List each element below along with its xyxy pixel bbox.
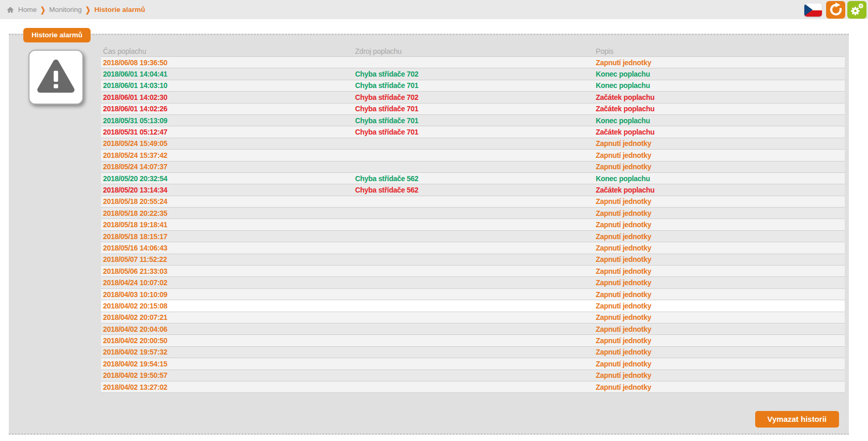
breadcrumb-item-home[interactable]: Home	[18, 6, 37, 13]
cell-time: 2018/06/01 14:02:26	[101, 105, 353, 113]
cell-source: Chyba střídače 702	[353, 70, 594, 78]
table-row[interactable]: 2018/05/20 20:32:54Chyba střídače 562Kon…	[101, 173, 845, 184]
alarm-table: Čas poplachu Zdroj poplachu Popis 2018/0…	[101, 46, 845, 393]
cell-desc: Zapnutí jednotky	[594, 209, 845, 217]
cell-time: 2018/05/20 20:32:54	[101, 174, 353, 183]
cell-time: 2018/04/02 20:04:06	[101, 325, 353, 333]
breadcrumb: Home ❯ Monitoring ❯ Historie alarmů	[6, 0, 145, 19]
cell-time: 2018/06/08 19:36:50	[101, 58, 353, 67]
cell-time: 2018/05/24 15:37:42	[101, 151, 353, 159]
table-row[interactable]: 2018/06/08 19:36:50Zapnutí jednotky	[101, 57, 845, 68]
cell-desc: Zapnutí jednotky	[594, 371, 845, 379]
cell-time: 2018/05/06 21:33:03	[101, 267, 353, 275]
cell-time: 2018/04/03 10:10:09	[101, 290, 353, 299]
cell-desc: Zapnutí jednotky	[594, 163, 845, 171]
table-row[interactable]: 2018/06/01 14:03:10Chyba střídače 701Kon…	[101, 80, 845, 92]
alarm-history-panel: Historie alarmů Čas poplachu Zdroj popla…	[9, 34, 849, 435]
table-row[interactable]: 2018/04/02 19:54:15Zapnutí jednotky	[101, 358, 845, 370]
cell-time: 2018/05/18 20:22:35	[101, 209, 353, 217]
table-row[interactable]: 2018/06/01 14:04:41Chyba střídače 702Kon…	[101, 68, 845, 80]
clear-history-button[interactable]: Vymazat historii	[755, 411, 839, 428]
cell-time: 2018/05/16 14:06:43	[101, 244, 353, 252]
table-row[interactable]: 2018/05/31 05:12:47Chyba střídače 701Zač…	[101, 126, 845, 138]
cell-time: 2018/06/01 14:02:30	[101, 93, 353, 101]
cell-desc: Konec poplachu	[594, 70, 845, 78]
cell-time: 2018/04/02 20:07:21	[101, 313, 353, 321]
refresh-icon	[829, 2, 843, 18]
cell-desc: Začátek poplachu	[594, 186, 845, 194]
cell-desc: Začátek poplachu	[594, 128, 845, 136]
table-row[interactable]: 2018/06/01 14:02:26Chyba střídače 701Zač…	[101, 104, 845, 115]
warning-card	[28, 50, 83, 105]
cell-desc: Zapnutí jednotky	[594, 244, 845, 252]
table-row[interactable]: 2018/05/24 15:37:42Zapnutí jednotky	[101, 150, 845, 161]
cell-time: 2018/05/20 13:14:34	[101, 186, 353, 194]
cell-source: Chyba střídače 701	[353, 81, 594, 90]
cell-time: 2018/05/31 05:13:09	[101, 116, 353, 125]
table-row[interactable]: 2018/05/18 20:55:24Zapnutí jednotky	[101, 196, 845, 208]
breadcrumb-item-historie-alarmu: Historie alarmů	[94, 6, 145, 13]
cell-desc: Zapnutí jednotky	[594, 383, 845, 391]
table-row[interactable]: 2018/04/24 10:07:02Zapnutí jednotky	[101, 277, 845, 288]
table-row[interactable]: 2018/06/01 14:02:30Chyba střídače 702Zač…	[101, 92, 845, 103]
column-header-desc: Popis	[594, 47, 845, 55]
cell-desc: Konec poplachu	[594, 174, 845, 183]
table-row[interactable]: 2018/05/16 14:06:43Zapnutí jednotky	[101, 242, 845, 254]
cell-desc: Začátek poplachu	[594, 93, 845, 101]
top-bar: Home ❯ Monitoring ❯ Historie alarmů	[0, 0, 868, 19]
table-row[interactable]: 2018/04/03 10:10:09Zapnutí jednotky	[101, 289, 845, 300]
cell-time: 2018/04/24 10:07:02	[101, 278, 353, 287]
cell-desc: Zapnutí jednotky	[594, 232, 845, 241]
breadcrumb-separator-icon: ❯	[85, 5, 91, 14]
cell-desc: Konec poplachu	[594, 116, 845, 125]
table-row[interactable]: 2018/05/18 18:15:17Zapnutí jednotky	[101, 231, 845, 242]
table-row[interactable]: 2018/04/02 20:07:21Zapnutí jednotky	[101, 312, 845, 324]
refresh-button[interactable]	[826, 1, 845, 19]
cell-source: Chyba střídače 562	[353, 186, 594, 194]
cell-desc: Zapnutí jednotky	[594, 313, 845, 321]
cell-time: 2018/04/02 13:27:02	[101, 383, 353, 391]
czech-flag-icon[interactable]	[804, 4, 822, 17]
settings-button[interactable]	[847, 1, 866, 19]
table-row[interactable]: 2018/04/02 19:50:57Zapnutí jednotky	[101, 370, 845, 381]
cell-desc: Zapnutí jednotky	[594, 325, 845, 333]
cell-time: 2018/04/02 20:15:08	[101, 302, 353, 310]
table-row[interactable]: 2018/05/06 21:33:03Zapnutí jednotky	[101, 266, 845, 277]
cell-time: 2018/05/07 11:52:22	[101, 255, 353, 263]
cell-desc: Zapnutí jednotky	[594, 220, 845, 229]
cell-time: 2018/05/18 20:55:24	[101, 197, 353, 205]
table-row[interactable]: 2018/05/07 11:52:22Zapnutí jednotky	[101, 254, 845, 266]
cell-source: Chyba střídače 701	[353, 116, 594, 125]
table-row[interactable]: 2018/05/24 14:07:37Zapnutí jednotky	[101, 161, 845, 173]
home-icon	[6, 6, 14, 14]
cell-time: 2018/05/24 15:49:05	[101, 139, 353, 148]
cell-desc: Zapnutí jednotky	[594, 348, 845, 356]
cell-desc: Začátek poplachu	[594, 105, 845, 113]
cell-time: 2018/05/24 14:07:37	[101, 163, 353, 171]
alarm-table-body: 2018/06/08 19:36:50Zapnutí jednotky2018/…	[101, 56, 845, 393]
panel-tab-title: Historie alarmů	[23, 28, 91, 42]
table-row[interactable]: 2018/05/20 13:14:34Chyba střídače 562Zač…	[101, 184, 845, 196]
cell-time: 2018/05/31 05:12:47	[101, 128, 353, 136]
cell-source: Chyba střídače 562	[353, 174, 594, 183]
cell-time: 2018/04/02 20:00:50	[101, 336, 353, 345]
cell-source: Chyba střídače 702	[353, 93, 594, 101]
breadcrumb-item-monitoring[interactable]: Monitoring	[49, 6, 82, 13]
table-row[interactable]: 2018/05/18 19:18:41Zapnutí jednotky	[101, 219, 845, 230]
table-row[interactable]: 2018/04/02 19:57:32Zapnutí jednotky	[101, 347, 845, 358]
table-row[interactable]: 2018/05/31 05:13:09Chyba střídače 701Kon…	[101, 115, 845, 126]
cell-desc: Zapnutí jednotky	[594, 290, 845, 299]
cell-desc: Zapnutí jednotky	[594, 58, 845, 67]
cell-source: Chyba střídače 701	[353, 128, 594, 136]
table-row[interactable]: 2018/04/02 20:15:08Zapnutí jednotky	[101, 300, 845, 312]
alarm-table-header: Čas poplachu Zdroj poplachu Popis	[101, 46, 845, 56]
table-row[interactable]: 2018/04/02 20:04:06Zapnutí jednotky	[101, 324, 845, 335]
cell-desc: Konec poplachu	[594, 81, 845, 90]
table-row[interactable]: 2018/04/02 20:00:50Zapnutí jednotky	[101, 335, 845, 346]
table-row[interactable]: 2018/04/02 13:27:02Zapnutí jednotky	[101, 381, 845, 393]
cell-desc: Zapnutí jednotky	[594, 255, 845, 263]
cell-time: 2018/04/02 19:57:32	[101, 348, 353, 356]
table-row[interactable]: 2018/05/24 15:49:05Zapnutí jednotky	[101, 138, 845, 150]
cell-desc: Zapnutí jednotky	[594, 139, 845, 148]
table-row[interactable]: 2018/05/18 20:22:35Zapnutí jednotky	[101, 208, 845, 219]
